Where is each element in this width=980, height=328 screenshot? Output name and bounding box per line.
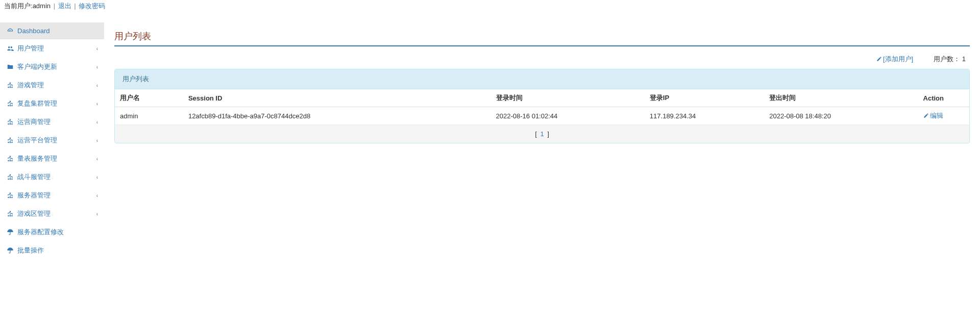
user-count-value: 1 <box>962 55 966 63</box>
sidebar-item-label: 服务器配置修改 <box>17 228 64 237</box>
sitemap-icon <box>6 173 14 181</box>
sidebar-item-8[interactable]: 战斗服管理‹ <box>0 168 104 186</box>
sidebar-item-2[interactable]: 客户端内更新‹ <box>0 58 104 76</box>
sitemap-icon <box>6 155 14 162</box>
edit-icon <box>923 113 929 118</box>
cell-username: admin <box>115 107 183 125</box>
sitemap-icon <box>6 118 14 125</box>
sidebar-item-label: 量表服务管理 <box>17 154 57 163</box>
sidebar-item-6[interactable]: 运营平台管理‹ <box>0 131 104 149</box>
sidebar-item-label: 运营平台管理 <box>17 136 57 145</box>
umbrella-icon <box>6 247 14 254</box>
sidebar-item-label: Dashboard <box>17 27 50 35</box>
sidebar-item-12[interactable]: 批量操作 <box>0 241 104 260</box>
sidebar-item-4[interactable]: 复盘集群管理‹ <box>0 94 104 113</box>
user-table: 用户名 Session ID 登录时间 登录IP 登出时间 Action adm… <box>115 89 969 125</box>
col-logout-time: 登出时间 <box>764 89 918 107</box>
sidebar-item-1[interactable]: 用户管理‹ <box>0 39 104 58</box>
add-user-link[interactable]: [添加用户] <box>876 55 913 64</box>
col-login-time: 登录时间 <box>491 89 645 107</box>
sidebar-item-label: 服务器管理 <box>17 191 51 200</box>
chevron-left-icon: ‹ <box>96 119 98 125</box>
chevron-left-icon: ‹ <box>96 64 98 70</box>
sidebar-item-label: 运营商管理 <box>17 117 51 127</box>
sidebar: Dashboard用户管理‹客户端内更新‹游戏管理‹复盘集群管理‹运营商管理‹运… <box>0 22 104 260</box>
sitemap-icon <box>6 210 14 217</box>
sitemap-icon <box>6 192 14 199</box>
separator: | <box>74 2 76 10</box>
logout-link[interactable]: 退出 <box>58 2 71 10</box>
main-content: 用户列表 [添加用户] 用户数： 1 用户列表 用户名 Session ID <box>104 22 980 260</box>
panel-heading: 用户列表 <box>115 69 969 89</box>
chevron-left-icon: ‹ <box>96 46 98 52</box>
sidebar-item-0[interactable]: Dashboard <box>0 22 104 39</box>
edit-link[interactable]: 编辑 <box>923 112 943 119</box>
folder-icon <box>6 63 14 70</box>
chevron-left-icon: ‹ <box>96 211 98 217</box>
user-count-label: 用户数： <box>934 55 960 63</box>
sidebar-item-10[interactable]: 游戏区管理‹ <box>0 205 104 223</box>
umbrella-icon <box>6 229 14 236</box>
chevron-left-icon: ‹ <box>96 83 98 88</box>
sidebar-item-label: 批量操作 <box>17 246 44 255</box>
col-login-ip: 登录IP <box>645 89 764 107</box>
edit-icon <box>876 56 882 62</box>
sidebar-item-11[interactable]: 服务器配置修改 <box>0 223 104 241</box>
separator: | <box>54 2 55 10</box>
cell-action: 编辑 <box>918 107 969 125</box>
pagination: [ 1 ] <box>115 125 969 143</box>
table-row: admin12afcb89-d1fa-4bbe-a9a7-0c8744dce2d… <box>115 107 969 125</box>
cell-logout_time: 2022-08-08 18:48:20 <box>764 107 918 125</box>
sidebar-item-3[interactable]: 游戏管理‹ <box>0 76 104 94</box>
current-user-label: 当前用户: <box>4 2 33 10</box>
sidebar-item-label: 用户管理 <box>17 44 44 53</box>
page-number[interactable]: 1 <box>540 130 544 138</box>
table-header-row: 用户名 Session ID 登录时间 登录IP 登出时间 Action <box>115 89 969 107</box>
chevron-left-icon: ‹ <box>96 138 98 143</box>
chevron-left-icon: ‹ <box>96 156 98 162</box>
sitemap-icon <box>6 137 14 144</box>
sitemap-icon <box>6 82 14 89</box>
sidebar-item-label: 战斗服管理 <box>17 172 51 182</box>
cell-login_time: 2022-08-16 01:02:44 <box>491 107 645 125</box>
chevron-left-icon: ‹ <box>96 174 98 180</box>
col-session-id: Session ID <box>183 89 491 107</box>
chevron-left-icon: ‹ <box>96 101 98 107</box>
cell-session_id: 12afcb89-d1fa-4bbe-a9a7-0c8744dce2d8 <box>183 107 491 125</box>
sidebar-item-9[interactable]: 服务器管理‹ <box>0 186 104 205</box>
sidebar-item-5[interactable]: 运营商管理‹ <box>0 113 104 131</box>
col-username: 用户名 <box>115 89 183 107</box>
page-title: 用户列表 <box>114 30 970 46</box>
sidebar-item-label: 复盘集群管理 <box>17 99 57 108</box>
sidebar-item-label: 客户端内更新 <box>17 62 57 71</box>
add-user-label: [添加用户] <box>883 55 913 63</box>
sitemap-icon <box>6 100 14 107</box>
toolbar: [添加用户] 用户数： 1 <box>114 53 970 66</box>
users-icon <box>6 45 14 52</box>
sidebar-item-7[interactable]: 量表服务管理‹ <box>0 149 104 168</box>
col-action: Action <box>918 89 969 107</box>
change-password-link[interactable]: 修改密码 <box>79 2 105 10</box>
user-list-panel: 用户列表 用户名 Session ID 登录时间 登录IP 登出时间 Actio… <box>114 69 970 143</box>
top-bar: 当前用户:admin | 退出 | 修改密码 <box>0 0 980 12</box>
current-user-value: admin <box>33 2 51 10</box>
sidebar-item-label: 游戏管理 <box>17 81 44 90</box>
dashboard-icon <box>6 28 14 35</box>
cell-login_ip: 117.189.234.34 <box>645 107 764 125</box>
sidebar-item-label: 游戏区管理 <box>17 209 51 218</box>
chevron-left-icon: ‹ <box>96 193 98 198</box>
